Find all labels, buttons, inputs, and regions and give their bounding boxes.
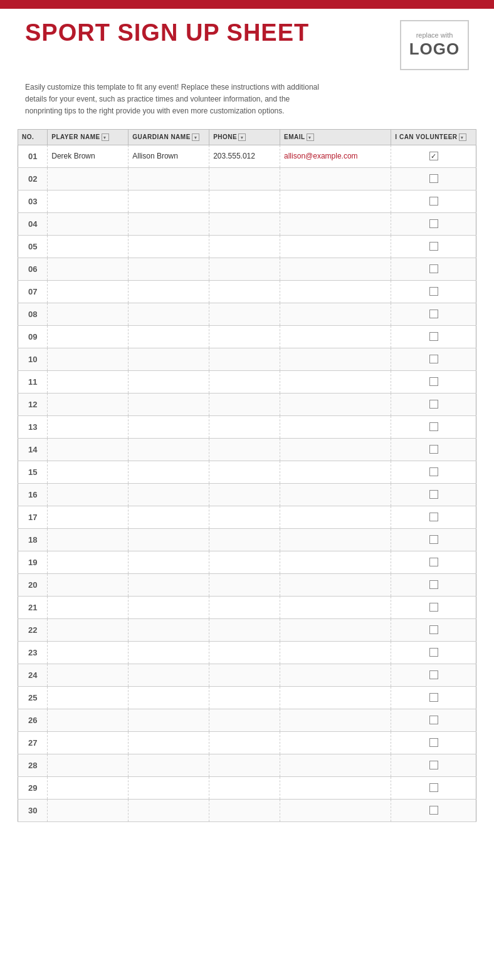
- cell-email[interactable]: [280, 393, 391, 415]
- cell-player-name[interactable]: [48, 731, 129, 754]
- volunteer-checkbox[interactable]: [429, 535, 438, 544]
- cell-phone[interactable]: [209, 415, 280, 438]
- volunteer-checkbox[interactable]: [429, 287, 438, 296]
- volunteer-checkbox[interactable]: [429, 355, 438, 363]
- cell-email[interactable]: [280, 664, 391, 686]
- cell-guardian-name[interactable]: [129, 303, 209, 325]
- cell-player-name[interactable]: [48, 776, 129, 799]
- cell-player-name[interactable]: [48, 415, 129, 438]
- cell-phone[interactable]: [209, 776, 280, 799]
- cell-guardian-name[interactable]: [129, 776, 209, 799]
- cell-email[interactable]: [280, 280, 391, 303]
- volunteer-checkbox[interactable]: [429, 625, 438, 634]
- cell-player-name[interactable]: [48, 618, 129, 641]
- volunteer-checkbox[interactable]: [429, 783, 438, 792]
- cell-player-name[interactable]: Derek Brown: [48, 145, 129, 167]
- cell-email[interactable]: [280, 596, 391, 618]
- cell-player-name[interactable]: [48, 573, 129, 596]
- cell-guardian-name[interactable]: [129, 190, 209, 212]
- volunteer-checkbox[interactable]: [429, 445, 438, 454]
- cell-guardian-name[interactable]: [129, 551, 209, 573]
- cell-player-name[interactable]: [48, 799, 129, 821]
- volunteer-checkbox[interactable]: [429, 422, 438, 431]
- cell-guardian-name[interactable]: Allison Brown: [129, 145, 209, 167]
- cell-guardian-name[interactable]: [129, 641, 209, 664]
- cell-phone[interactable]: [209, 212, 280, 235]
- cell-player-name[interactable]: [48, 325, 129, 348]
- cell-guardian-name[interactable]: [129, 415, 209, 438]
- cell-phone[interactable]: [209, 325, 280, 348]
- cell-email[interactable]: [280, 641, 391, 664]
- cell-email[interactable]: [280, 258, 391, 280]
- volunteer-checkbox[interactable]: [429, 332, 438, 341]
- volunteer-checkbox[interactable]: [429, 648, 438, 657]
- cell-guardian-name[interactable]: [129, 528, 209, 551]
- volunteer-checkbox[interactable]: [429, 264, 438, 273]
- cell-phone[interactable]: [209, 280, 280, 303]
- volunteer-checkbox[interactable]: [429, 806, 438, 815]
- cell-guardian-name[interactable]: [129, 370, 209, 393]
- player-dropdown-icon[interactable]: ▾: [102, 133, 109, 141]
- cell-player-name[interactable]: [48, 528, 129, 551]
- cell-guardian-name[interactable]: [129, 235, 209, 258]
- cell-phone[interactable]: [209, 709, 280, 731]
- volunteer-checkbox[interactable]: [429, 400, 438, 409]
- cell-phone[interactable]: [209, 393, 280, 415]
- cell-player-name[interactable]: [48, 190, 129, 212]
- volunteer-checkbox[interactable]: [429, 738, 438, 747]
- volunteer-checkbox[interactable]: [429, 761, 438, 769]
- cell-phone[interactable]: [209, 573, 280, 596]
- phone-dropdown-icon[interactable]: ▾: [238, 133, 246, 141]
- cell-player-name[interactable]: [48, 303, 129, 325]
- volunteer-checkbox[interactable]: [429, 467, 438, 476]
- cell-phone[interactable]: [209, 731, 280, 754]
- cell-email[interactable]: [280, 528, 391, 551]
- volunteer-checkbox[interactable]: [429, 242, 438, 251]
- volunteer-checkbox[interactable]: [429, 603, 438, 612]
- cell-phone[interactable]: [209, 258, 280, 280]
- cell-guardian-name[interactable]: [129, 348, 209, 370]
- cell-player-name[interactable]: [48, 212, 129, 235]
- cell-email[interactable]: [280, 709, 391, 731]
- cell-phone[interactable]: [209, 618, 280, 641]
- volunteer-checkbox[interactable]: [429, 513, 438, 521]
- cell-player-name[interactable]: [48, 664, 129, 686]
- cell-phone[interactable]: [209, 754, 280, 776]
- cell-phone[interactable]: [209, 461, 280, 483]
- guardian-dropdown-icon[interactable]: ▾: [192, 133, 199, 141]
- cell-player-name[interactable]: [48, 348, 129, 370]
- cell-guardian-name[interactable]: [129, 754, 209, 776]
- cell-email[interactable]: [280, 325, 391, 348]
- cell-player-name[interactable]: [48, 596, 129, 618]
- volunteer-checkbox[interactable]: [429, 693, 438, 702]
- cell-guardian-name[interactable]: [129, 573, 209, 596]
- cell-guardian-name[interactable]: [129, 167, 209, 190]
- cell-guardian-name[interactable]: [129, 664, 209, 686]
- cell-player-name[interactable]: [48, 551, 129, 573]
- cell-guardian-name[interactable]: [129, 483, 209, 506]
- cell-guardian-name[interactable]: [129, 280, 209, 303]
- cell-player-name[interactable]: [48, 235, 129, 258]
- cell-guardian-name[interactable]: [129, 506, 209, 528]
- cell-guardian-name[interactable]: [129, 461, 209, 483]
- cell-phone[interactable]: [209, 528, 280, 551]
- volunteer-checkbox[interactable]: [429, 219, 438, 228]
- volunteer-checkbox[interactable]: [429, 197, 438, 206]
- cell-guardian-name[interactable]: [129, 438, 209, 461]
- cell-email[interactable]: [280, 754, 391, 776]
- email-dropdown-icon[interactable]: ▾: [307, 133, 314, 141]
- cell-email[interactable]: [280, 573, 391, 596]
- cell-email[interactable]: [280, 438, 391, 461]
- cell-guardian-name[interactable]: [129, 618, 209, 641]
- cell-phone[interactable]: [209, 641, 280, 664]
- cell-player-name[interactable]: [48, 686, 129, 709]
- cell-player-name[interactable]: [48, 370, 129, 393]
- cell-email[interactable]: [280, 776, 391, 799]
- cell-email[interactable]: [280, 483, 391, 506]
- cell-phone[interactable]: [209, 799, 280, 821]
- cell-email[interactable]: [280, 190, 391, 212]
- volunteer-checkbox[interactable]: [429, 310, 438, 318]
- cell-player-name[interactable]: [48, 641, 129, 664]
- cell-phone[interactable]: [209, 190, 280, 212]
- cell-guardian-name[interactable]: [129, 393, 209, 415]
